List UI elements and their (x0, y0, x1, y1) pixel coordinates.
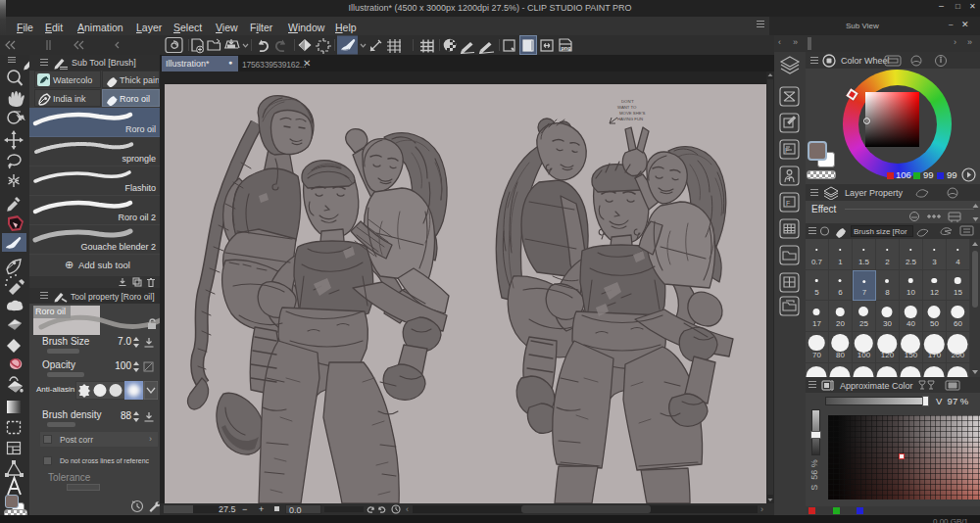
svg-text:F: F (785, 147, 789, 154)
svg-text:F: F (786, 200, 790, 207)
svg-text:png: png (562, 45, 571, 51)
svg-text:WANT TO: WANT TO (617, 105, 637, 110)
svg-text:HAVING FUN: HAVING FUN (617, 117, 643, 121)
svg-text:MOVE SHE'S: MOVE SHE'S (619, 111, 646, 116)
svg-text:DON'T: DON'T (621, 99, 634, 104)
